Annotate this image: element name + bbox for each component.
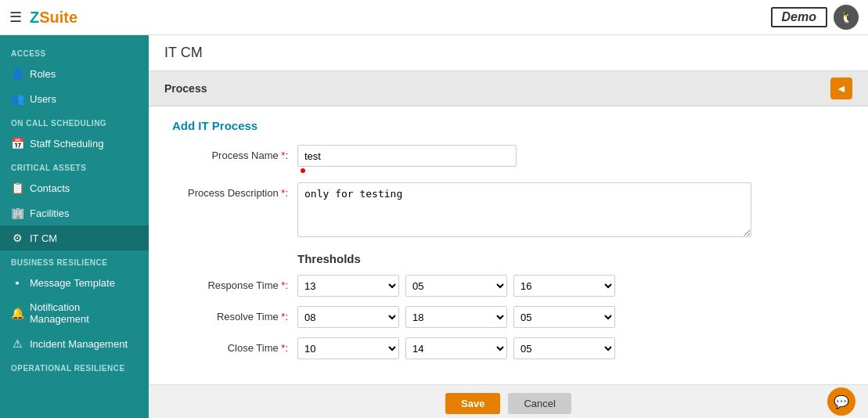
sidebar-section-critical: CRITICAL ASSETS	[0, 156, 149, 175]
staff-scheduling-icon: 📅	[11, 137, 23, 150]
demo-badge: Demo	[771, 7, 827, 27]
main-layout: ACCESS 👤 Roles 👥 Users ON CALL SCHEDULIN…	[0, 35, 868, 418]
process-name-field	[297, 145, 845, 173]
sidebar-item-itcm[interactable]: ⚙ IT CM	[0, 225, 149, 250]
topbar-right: Demo 🐧	[771, 5, 859, 30]
thresholds-title: Thresholds	[172, 252, 845, 265]
itcm-icon: ⚙	[11, 232, 23, 244]
sidebar-item-staff-label: Staff Scheduling	[30, 138, 103, 150]
process-name-label: Process Name *:	[172, 145, 297, 161]
page-header: IT CM	[149, 35, 868, 71]
sidebar-item-users-label: Users	[30, 93, 56, 105]
resolve-time-select-3[interactable]: 05 00	[513, 306, 615, 328]
resolve-time-select-1[interactable]: 08 01	[297, 306, 399, 328]
required-asterisk-3: *	[279, 279, 286, 291]
resolve-time-selects: 08 01 18 00 05 00	[297, 306, 845, 328]
form-title: Add IT Process	[172, 119, 845, 132]
response-time-selects: 13 01 02 05 00 15 16 00 01	[297, 275, 845, 297]
required-asterisk-2: *	[279, 187, 286, 199]
close-time-label: Close Time *:	[172, 337, 297, 354]
sidebar-section-business: BUSINESS RESILIENCE	[0, 250, 149, 270]
logo-z: Z	[30, 9, 39, 26]
sidebar-item-facilities[interactable]: 🏢 Facilities	[0, 200, 149, 225]
sidebar-item-message-label: Message Template	[30, 277, 115, 289]
user-avatar[interactable]: 🐧	[834, 5, 859, 30]
resolve-time-select-2[interactable]: 18 00	[405, 306, 507, 328]
hamburger-menu[interactable]: ☰	[9, 9, 22, 26]
sidebar-item-staff-scheduling[interactable]: 📅 Staff Scheduling	[0, 131, 149, 156]
thresholds-section: Thresholds Response Time *: 13 01 02 05	[172, 252, 845, 359]
sidebar-section-operational: OPERATIONAL RESILIENCE	[0, 356, 149, 376]
response-time-row: Response Time *: 13 01 02 05 00 15	[172, 275, 845, 297]
sidebar-item-itcm-label: IT CM	[30, 232, 57, 244]
section-bar: Process ◄	[149, 71, 868, 106]
sidebar-item-message-template[interactable]: ▪ Message Template	[0, 270, 149, 295]
required-asterisk: *	[279, 150, 286, 161]
close-time-row: Close Time *: 10 01 14 00 05	[172, 337, 845, 359]
message-template-icon: ▪	[11, 276, 23, 289]
sidebar-item-contacts-label: Contacts	[30, 182, 70, 194]
close-time-select-1[interactable]: 10 01	[297, 337, 399, 359]
error-indicator	[301, 168, 305, 173]
response-time-select-2[interactable]: 05 00 15	[405, 275, 507, 297]
process-description-input[interactable]: only for testing	[297, 182, 751, 237]
sidebar-item-contacts[interactable]: 📋 Contacts	[0, 175, 149, 200]
facilities-icon: 🏢	[11, 207, 23, 219]
page-title: IT CM	[164, 45, 852, 61]
process-name-row: Process Name *:	[172, 145, 845, 173]
topbar-left: ☰ ZSuite	[9, 9, 77, 27]
back-button[interactable]: ◄	[830, 77, 852, 99]
incident-icon: ⚠	[11, 337, 23, 350]
logo-suite: Suite	[39, 9, 77, 26]
sidebar-item-facilities-label: Facilities	[30, 207, 70, 219]
sidebar-section-oncall: ON CALL SCHEDULING	[0, 111, 149, 131]
process-description-field: only for testing	[297, 182, 845, 240]
required-asterisk-5: *	[279, 342, 286, 354]
sidebar-item-notification[interactable]: 🔔 Notification Management	[0, 295, 149, 331]
users-icon: 👥	[11, 92, 23, 105]
sidebar-item-incident-label: Incident Management	[30, 338, 128, 350]
response-time-label: Response Time *:	[172, 275, 297, 291]
close-time-selects: 10 01 14 00 05 00	[297, 337, 845, 359]
sidebar-item-notification-label: Notification Management	[30, 301, 138, 325]
resolve-time-row: Resolve Time *: 08 01 18 00 05	[172, 306, 845, 328]
required-asterisk-4: *	[279, 311, 286, 323]
close-time-select-3[interactable]: 05 00	[513, 337, 615, 359]
process-description-row: Process Description *: only for testing	[172, 182, 845, 240]
process-name-input[interactable]	[297, 145, 517, 167]
roles-icon: 👤	[11, 67, 23, 80]
cancel-button[interactable]: Cancel	[508, 393, 571, 414]
logo: ZSuite	[30, 9, 77, 27]
process-description-label: Process Description *:	[172, 182, 297, 199]
topbar: ☰ ZSuite Demo 🐧	[0, 0, 868, 35]
form-container: Add IT Process Process Name *: Process D…	[149, 106, 868, 384]
sidebar-item-roles-label: Roles	[30, 68, 56, 80]
response-time-select-3[interactable]: 16 00 01	[513, 275, 615, 297]
footer-bar: Save Cancel 💬	[149, 384, 868, 418]
resolve-time-label: Resolve Time *:	[172, 306, 297, 323]
save-button[interactable]: Save	[445, 393, 500, 414]
sidebar: ACCESS 👤 Roles 👥 Users ON CALL SCHEDULIN…	[0, 35, 149, 418]
response-time-select-1[interactable]: 13 01 02	[297, 275, 399, 297]
close-time-select-2[interactable]: 14 00	[405, 337, 507, 359]
section-bar-title: Process	[164, 82, 207, 95]
sidebar-section-access: ACCESS	[0, 41, 149, 61]
sidebar-item-roles[interactable]: 👤 Roles	[0, 61, 149, 86]
content-area: IT CM Process ◄ Add IT Process Process N…	[149, 35, 868, 418]
contacts-icon: 📋	[11, 182, 23, 194]
notification-icon: 🔔	[11, 307, 23, 319]
sidebar-item-incident[interactable]: ⚠ Incident Management	[0, 331, 149, 356]
chat-button[interactable]: 💬	[827, 387, 855, 416]
sidebar-item-users[interactable]: 👥 Users	[0, 86, 149, 111]
